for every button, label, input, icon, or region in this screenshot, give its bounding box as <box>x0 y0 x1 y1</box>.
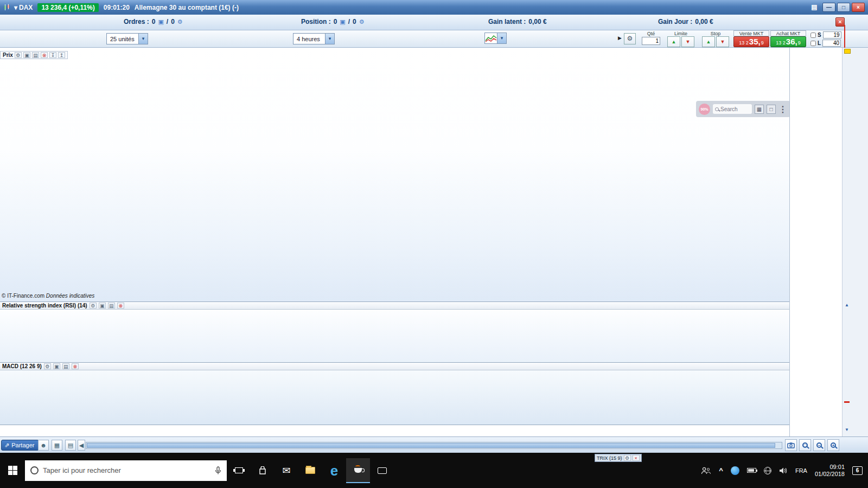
trading-platform-window: ▾ DAX 13 236,4 (+0,11%) 09:01:20 Allemag… <box>0 0 868 488</box>
close-panel-button[interactable]: × <box>835 17 845 27</box>
gain-day: Gain Jour : 0,00 € <box>658 18 713 25</box>
taskbar-search[interactable]: Taper ici pour rechercher <box>25 460 227 481</box>
last-price-badge: 13 236,4 (+0,11%) <box>37 3 98 12</box>
limit-buy-button[interactable]: ▲ <box>667 36 680 47</box>
position-icon[interactable]: ▣ <box>340 18 345 25</box>
price-axis[interactable] <box>789 48 842 436</box>
layout-icon[interactable]: □ <box>767 105 776 114</box>
maximize-button[interactable]: □ <box>837 3 850 12</box>
printer-icon[interactable]: ▤ <box>108 303 115 309</box>
wrench-icon[interactable]: ⚙ <box>90 303 97 309</box>
zoom-selection-button[interactable]: □ <box>799 439 811 451</box>
java-app-button[interactable] <box>346 458 370 483</box>
chart-type-button[interactable]: ▾ <box>484 33 507 44</box>
cascade-icon[interactable]: ▣ <box>53 363 60 369</box>
timeframe-value: 4 heures <box>293 36 325 42</box>
buy-market-button[interactable]: 13 2 36, 9 <box>770 36 806 47</box>
more-options-icon[interactable]: ⋮ <box>778 104 787 114</box>
chart-region: Prix ⚙ ▣ ▤ ⊗ ↧ ↥ 13 367,8 90% Search ▦ □ <box>0 48 868 436</box>
journal-button[interactable] <box>370 458 394 483</box>
scroll-left-button[interactable]: ◀ <box>78 440 85 451</box>
caret-down-icon[interactable]: ▾ <box>14 4 17 11</box>
position-gear-icon[interactable]: ⚙ <box>359 18 365 25</box>
chevron-down-icon[interactable]: ▾ <box>325 34 334 44</box>
move-up-icon[interactable]: ↥ <box>58 52 65 58</box>
rsi-panel[interactable] <box>0 310 789 362</box>
report-icon[interactable]: ▤ <box>65 440 76 451</box>
limit-distance-input[interactable] <box>822 40 841 47</box>
search-icon <box>715 107 719 111</box>
grid-icon[interactable]: ▦ <box>755 105 764 114</box>
wrench-icon[interactable]: ⚙ <box>15 52 22 58</box>
macd-chart-svg[interactable] <box>0 370 789 425</box>
macd-panel[interactable] <box>0 370 789 425</box>
taskbar-clock[interactable]: 09:01 01/02/2018 <box>815 464 845 478</box>
stop-buy-button[interactable]: ▲ <box>702 36 715 47</box>
share-button[interactable]: ⇗ Partager <box>1 440 39 451</box>
zoom-out-button[interactable]: − <box>813 439 825 451</box>
trix-indicator-float[interactable]: TRIX (15 9) ⚙ × <box>595 454 642 462</box>
battery-icon[interactable] <box>747 468 756 473</box>
snapshot-button[interactable] <box>785 439 797 451</box>
triangle-up-icon: ▲ <box>706 39 711 44</box>
close-icon[interactable]: ⊗ <box>41 52 48 58</box>
store-button[interactable] <box>251 458 275 483</box>
close-icon[interactable]: ⊗ <box>72 363 79 369</box>
limit-checkbox[interactable] <box>810 41 816 46</box>
stop-sell-button[interactable]: ▼ <box>716 36 729 47</box>
file-explorer-button[interactable] <box>298 458 322 483</box>
hidden-icons-chevron[interactable]: ^ <box>719 466 723 474</box>
printer-icon[interactable]: ▤ <box>62 363 69 369</box>
edge-button[interactable]: e <box>322 458 346 483</box>
minimize-button[interactable]: — <box>822 3 835 12</box>
orders-gear-icon[interactable]: ⚙ <box>177 18 183 25</box>
language-indicator[interactable]: FRA <box>795 467 807 474</box>
price-chart-panel[interactable]: Prix ⚙ ▣ ▤ ⊗ ↧ ↥ 13 367,8 90% Search ▦ □ <box>0 48 789 301</box>
volume-icon[interactable] <box>779 467 788 474</box>
start-button[interactable] <box>0 458 25 483</box>
wrench-icon[interactable]: ⚙ <box>44 363 51 369</box>
list-icon[interactable]: ▤ <box>808 3 821 12</box>
move-down-icon[interactable]: ↧ <box>49 52 56 58</box>
limit-sell-button[interactable]: ▼ <box>681 36 694 47</box>
close-icon[interactable]: ⊗ <box>117 303 124 309</box>
panel-up-arrow-icon[interactable]: ▲ <box>845 303 849 307</box>
spreadsheet-icon[interactable]: ▦ <box>52 440 62 451</box>
panel-down-arrow-icon[interactable]: ▼ <box>845 427 849 432</box>
rsi-chart-svg[interactable] <box>0 310 789 362</box>
microphone-icon[interactable] <box>215 466 221 475</box>
sell-price-main: 35, <box>749 37 761 47</box>
zoom-in-button[interactable]: + <box>827 439 839 451</box>
action-center-icon[interactable]: 6 <box>852 466 863 475</box>
network-icon[interactable] <box>764 467 771 474</box>
stop-header: Stop <box>700 31 731 36</box>
right-scroll-strip[interactable]: ▲ ▼ <box>842 48 868 436</box>
chevron-down-icon[interactable]: ▾ <box>138 34 148 44</box>
mail-button[interactable]: ✉ <box>275 458 298 483</box>
people-icon[interactable] <box>700 467 711 474</box>
sl-indicator-line <box>844 25 845 48</box>
trader-profile-icon[interactable]: ☻ <box>38 440 49 451</box>
qty-input[interactable] <box>642 37 660 45</box>
scrollbar-thumb[interactable] <box>87 443 775 448</box>
sell-market-button[interactable]: 13 2 35, 9 <box>733 36 769 47</box>
units-select[interactable]: 25 unités ▾ <box>106 33 148 44</box>
expand-arrow-icon[interactable]: ▶ <box>618 35 622 41</box>
chevron-down-icon[interactable]: ▾ <box>497 33 506 43</box>
time-axis[interactable] <box>0 425 789 436</box>
symbol-name[interactable]: DAX <box>19 4 33 11</box>
price-chart-svg[interactable] <box>0 48 789 301</box>
timeframe-select[interactable]: 4 heures ▾ <box>293 33 335 44</box>
close-button[interactable]: × <box>852 3 865 12</box>
printer-icon[interactable]: ▤ <box>32 52 39 58</box>
task-view-button[interactable] <box>227 458 251 483</box>
orders-icon[interactable]: ▣ <box>158 18 163 25</box>
stop-checkbox[interactable] <box>810 33 816 38</box>
overlay-search-box[interactable]: Search <box>713 104 752 114</box>
stop-distance-input[interactable] <box>823 31 841 38</box>
cascade-icon[interactable]: ▣ <box>23 52 30 58</box>
horizontal-scrollbar[interactable] <box>86 442 782 449</box>
onedrive-icon[interactable] <box>731 466 739 475</box>
cascade-icon[interactable]: ▣ <box>99 303 106 309</box>
order-settings-button[interactable]: ⚙ <box>624 33 636 44</box>
